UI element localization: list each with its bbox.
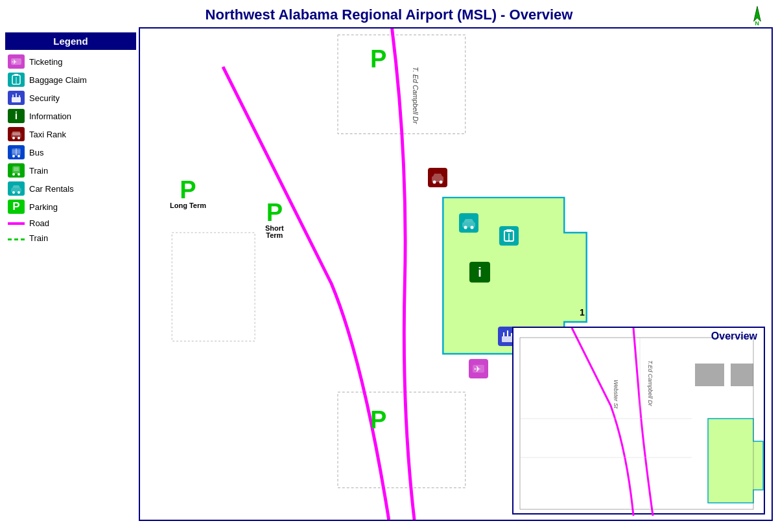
parking-long-term: P Long Term bbox=[170, 178, 206, 209]
ticketing-icon: ✈ bbox=[8, 54, 25, 69]
baggage-label: Baggage Claim bbox=[29, 75, 87, 85]
information-icon: i bbox=[8, 109, 25, 123]
svg-rect-28 bbox=[338, 392, 466, 488]
svg-point-23 bbox=[18, 173, 20, 176]
svg-text:N: N bbox=[755, 20, 759, 26]
parking-top: P bbox=[370, 47, 386, 71]
legend-item-baggage: Baggage Claim bbox=[5, 71, 136, 88]
parking-short-term: P ShortTerm bbox=[265, 200, 284, 239]
svg-point-25 bbox=[12, 191, 15, 194]
train-icon bbox=[8, 163, 25, 178]
svg-point-34 bbox=[440, 181, 443, 184]
svg-rect-7 bbox=[12, 97, 21, 102]
legend-panel: Legend ✈ Ticketing Baggage Claim Securit… bbox=[0, 27, 136, 526]
svg-point-13 bbox=[12, 137, 15, 139]
svg-text:T.Ed Campbell Dr: T.Ed Campbell Dr bbox=[647, 360, 654, 407]
svg-rect-12 bbox=[12, 132, 20, 135]
train-line-icon bbox=[8, 237, 25, 240]
parking-label: Parking bbox=[29, 202, 58, 212]
legend-item-car-rentals: Car Rentals bbox=[5, 180, 136, 197]
car-rental-marker bbox=[459, 213, 478, 233]
svg-point-18 bbox=[18, 155, 20, 157]
svg-point-17 bbox=[12, 155, 15, 157]
legend-item-road: Road bbox=[5, 216, 136, 230]
map-area: T. Ed Campbell Dr P P Long Term P ShortT… bbox=[139, 27, 773, 521]
parking-bottom: P bbox=[370, 408, 386, 432]
svg-point-22 bbox=[12, 173, 15, 176]
information-label: Information bbox=[29, 111, 71, 121]
bus-label: Bus bbox=[29, 148, 43, 157]
legend-item-ticketing: ✈ Ticketing bbox=[5, 53, 136, 70]
page-title: Northwest Alabama Regional Airport (MSL)… bbox=[0, 0, 778, 27]
train-legend-label: Train bbox=[29, 166, 48, 176]
baggage-claim-marker bbox=[499, 226, 519, 246]
overview-svg: Webster St T.Ed Campbell Dr bbox=[513, 328, 766, 516]
svg-text:✈: ✈ bbox=[12, 58, 17, 65]
svg-point-36 bbox=[464, 226, 467, 229]
train-line-label: Train bbox=[29, 233, 48, 243]
legend-item-bus: Bus bbox=[5, 144, 136, 161]
svg-point-26 bbox=[18, 191, 20, 194]
bus-icon bbox=[8, 145, 25, 159]
legend-title: Legend bbox=[5, 32, 136, 50]
taxi-rank-marker bbox=[428, 168, 447, 187]
overview-title: Overview bbox=[711, 330, 757, 342]
svg-rect-29 bbox=[172, 233, 255, 341]
svg-rect-27 bbox=[338, 35, 466, 134]
svg-text:Webster St: Webster St bbox=[613, 380, 619, 409]
car-rentals-label: Car Rentals bbox=[29, 184, 74, 194]
information-marker: i bbox=[469, 262, 490, 283]
svg-rect-39 bbox=[506, 229, 512, 232]
svg-rect-50 bbox=[695, 364, 724, 386]
car-rentals-icon bbox=[8, 181, 25, 196]
legend-item-train-line: Train bbox=[5, 231, 136, 245]
ticketing-marker: ✈ bbox=[469, 359, 488, 378]
security-icon bbox=[8, 91, 25, 105]
svg-rect-51 bbox=[731, 364, 753, 386]
area-number-1: 1 bbox=[580, 307, 585, 318]
legend-item-security: Security bbox=[5, 89, 136, 106]
parking-legend-icon: P bbox=[8, 200, 25, 214]
ticketing-label: Ticketing bbox=[29, 57, 63, 67]
svg-text:✈: ✈ bbox=[474, 364, 481, 374]
overview-box: Overview Webster St T.Ed Campbell Dr bbox=[512, 327, 765, 515]
baggage-icon bbox=[8, 73, 25, 87]
taxi-label: Taxi Rank bbox=[29, 130, 66, 139]
svg-point-37 bbox=[471, 226, 474, 229]
svg-rect-5 bbox=[14, 74, 18, 76]
taxi-icon bbox=[8, 127, 25, 141]
legend-item-train: Train bbox=[5, 162, 136, 179]
svg-point-14 bbox=[18, 137, 20, 139]
north-arrow-icon: N bbox=[748, 5, 766, 26]
svg-marker-0 bbox=[754, 6, 761, 21]
legend-item-taxi: Taxi Rank bbox=[5, 126, 136, 143]
legend-item-information: i Information bbox=[5, 108, 136, 124]
road-label: Road bbox=[29, 218, 49, 228]
svg-rect-21 bbox=[14, 167, 19, 171]
security-label: Security bbox=[29, 93, 60, 103]
legend-item-parking: P Parking bbox=[5, 198, 136, 215]
svg-point-33 bbox=[433, 181, 436, 184]
svg-text:T. Ed Campbell Dr: T. Ed Campbell Dr bbox=[412, 67, 419, 124]
road-line-icon bbox=[8, 222, 25, 225]
